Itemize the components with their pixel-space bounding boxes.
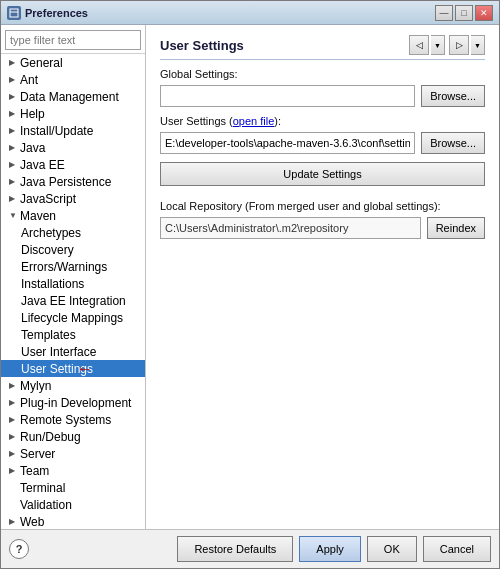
sidebar-item-install-update[interactable]: ▶ Install/Update <box>1 122 145 139</box>
chevron-icon: ▶ <box>9 432 17 441</box>
sidebar-item-remote-systems[interactable]: ▶ Remote Systems <box>1 411 145 428</box>
sidebar-item-label: Installations <box>21 277 84 291</box>
chevron-icon: ▶ <box>9 449 17 458</box>
sidebar-item-user-interface[interactable]: User Interface <box>1 343 145 360</box>
user-settings-label: User Settings (open file): <box>160 115 485 127</box>
sidebar-item-label: Errors/Warnings <box>21 260 107 274</box>
chevron-icon: ▶ <box>9 194 17 203</box>
chevron-icon: ▶ <box>9 415 17 424</box>
sidebar-item-data-management[interactable]: ▶ Data Management <box>1 88 145 105</box>
chevron-icon: ▶ <box>9 92 17 101</box>
svg-rect-0 <box>10 9 18 17</box>
preferences-window: Preferences — □ ✕ ▶ General ▶ Ant ▶ <box>0 0 500 569</box>
local-repo-label: Local Repository (From merged user and g… <box>160 200 485 212</box>
minimize-button[interactable]: — <box>435 5 453 21</box>
sidebar-item-label: General <box>20 56 63 70</box>
sidebar-item-archetypes[interactable]: Archetypes <box>1 224 145 241</box>
sidebar-item-discovery[interactable]: Discovery <box>1 241 145 258</box>
sidebar-item-plugin-development[interactable]: ▶ Plug-in Development <box>1 394 145 411</box>
sidebar-item-maven[interactable]: ▼ Maven <box>1 207 145 224</box>
sidebar-item-java-ee[interactable]: ▶ Java EE <box>1 156 145 173</box>
sidebar-item-label: Java EE <box>20 158 65 172</box>
sidebar-item-label: Web <box>20 515 44 529</box>
browse-global-button[interactable]: Browse... <box>421 85 485 107</box>
sidebar-item-label: Plug-in Development <box>20 396 131 410</box>
panel-title: User Settings <box>160 38 244 53</box>
reindex-button[interactable]: Reindex <box>427 217 485 239</box>
sidebar-item-label: Team <box>20 464 49 478</box>
sidebar-item-web[interactable]: ▶ Web <box>1 513 145 529</box>
sidebar-item-help[interactable]: ▶ Help <box>1 105 145 122</box>
sidebar-item-user-settings[interactable]: User Settings ← <box>1 360 145 377</box>
sidebar-item-label: User Interface <box>21 345 96 359</box>
global-settings-label: Global Settings: <box>160 68 485 80</box>
apply-button[interactable]: Apply <box>299 536 361 562</box>
sidebar-item-ant[interactable]: ▶ Ant <box>1 71 145 88</box>
title-bar-left: Preferences <box>7 6 88 20</box>
sidebar-item-label: Server <box>20 447 55 461</box>
sidebar-item-terminal[interactable]: Terminal <box>1 479 145 496</box>
sidebar-item-label: Java Persistence <box>20 175 111 189</box>
title-buttons: — □ ✕ <box>435 5 493 21</box>
sidebar-item-validation[interactable]: Validation <box>1 496 145 513</box>
dropdown-icon: ▼ <box>434 42 441 49</box>
local-repo-section: Local Repository (From merged user and g… <box>160 200 485 239</box>
dropdown-icon: ▼ <box>474 42 481 49</box>
sidebar: ▶ General ▶ Ant ▶ Data Management ▶ Help… <box>1 25 146 529</box>
user-settings-input[interactable] <box>160 132 415 154</box>
sidebar-item-label: Terminal <box>20 481 65 495</box>
chevron-icon: ▶ <box>9 143 17 152</box>
ok-button[interactable]: OK <box>367 536 417 562</box>
nav-back-button[interactable]: ◁ <box>409 35 429 55</box>
sidebar-item-team[interactable]: ▶ Team <box>1 462 145 479</box>
sidebar-item-lifecycle-mappings[interactable]: Lifecycle Mappings <box>1 309 145 326</box>
sidebar-item-installations[interactable]: Installations <box>1 275 145 292</box>
back-icon: ◁ <box>416 40 423 50</box>
sidebar-item-errors-warnings[interactable]: Errors/Warnings <box>1 258 145 275</box>
chevron-icon: ▶ <box>9 58 17 67</box>
sidebar-item-label: Run/Debug <box>20 430 81 444</box>
sidebar-item-java[interactable]: ▶ Java <box>1 139 145 156</box>
sidebar-item-label: Validation <box>20 498 72 512</box>
restore-defaults-button[interactable]: Restore Defaults <box>177 536 293 562</box>
sidebar-item-label: Remote Systems <box>20 413 111 427</box>
nav-forward-button[interactable]: ▷ <box>449 35 469 55</box>
chevron-icon: ▶ <box>9 75 17 84</box>
local-repo-input[interactable] <box>160 217 421 239</box>
bottom-bar: ? Restore Defaults Apply OK Cancel <box>1 529 499 568</box>
sidebar-item-javascript[interactable]: ▶ JavaScript <box>1 190 145 207</box>
browse-user-button[interactable]: Browse... <box>421 132 485 154</box>
sidebar-item-label: Ant <box>20 73 38 87</box>
sidebar-item-java-persistence[interactable]: ▶ Java Persistence <box>1 173 145 190</box>
sidebar-item-general[interactable]: ▶ General <box>1 54 145 71</box>
sidebar-item-server[interactable]: ▶ Server <box>1 445 145 462</box>
window-title: Preferences <box>25 7 88 19</box>
sidebar-item-label: Install/Update <box>20 124 93 138</box>
cancel-button[interactable]: Cancel <box>423 536 491 562</box>
arrow-indicator: ← <box>77 360 93 378</box>
chevron-icon: ▶ <box>9 517 17 526</box>
sidebar-item-run-debug[interactable]: ▶ Run/Debug <box>1 428 145 445</box>
sidebar-item-label: Mylyn <box>20 379 51 393</box>
maximize-button[interactable]: □ <box>455 5 473 21</box>
close-button[interactable]: ✕ <box>475 5 493 21</box>
sidebar-item-mylyn[interactable]: ▶ Mylyn <box>1 377 145 394</box>
nav-back-dropdown-button[interactable]: ▼ <box>431 35 445 55</box>
sidebar-item-templates[interactable]: Templates <box>1 326 145 343</box>
global-settings-input[interactable] <box>160 85 415 107</box>
sidebar-item-label: Maven <box>20 209 56 223</box>
chevron-icon: ▶ <box>9 398 17 407</box>
filter-input[interactable] <box>5 30 141 50</box>
update-settings-button[interactable]: Update Settings <box>160 162 485 186</box>
open-file-link[interactable]: open file <box>233 115 275 127</box>
filter-box <box>1 27 145 54</box>
chevron-icon: ▶ <box>9 126 17 135</box>
sidebar-item-label: Lifecycle Mappings <box>21 311 123 325</box>
sidebar-item-label: Discovery <box>21 243 74 257</box>
help-button[interactable]: ? <box>9 539 29 559</box>
user-settings-label-text: User Settings ( <box>160 115 233 127</box>
chevron-icon: ▶ <box>9 177 17 186</box>
user-settings-row: Browse... <box>160 132 485 154</box>
sidebar-item-java-ee-integration[interactable]: Java EE Integration <box>1 292 145 309</box>
nav-forward-dropdown-button[interactable]: ▼ <box>471 35 485 55</box>
